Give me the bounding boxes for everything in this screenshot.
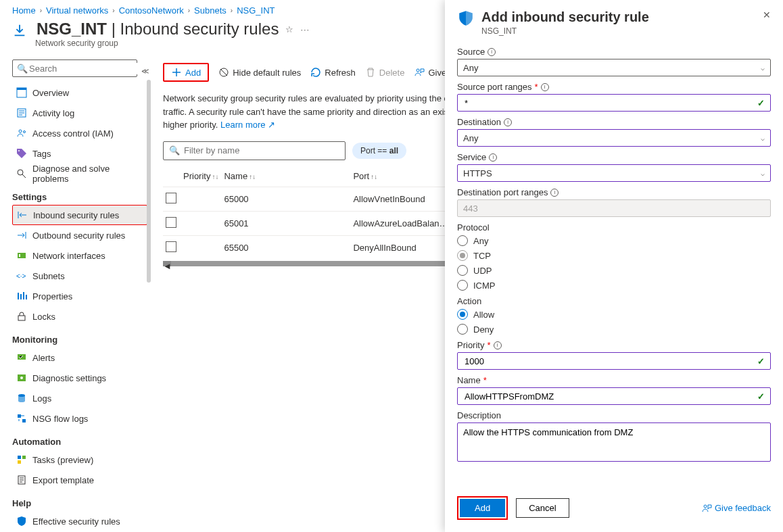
add-rule-panel: Add inbound security rule NSG_INT ✕ Sour… — [445, 0, 783, 55]
more-icon[interactable]: ··· — [300, 24, 310, 34]
crumb-vnets[interactable]: Virtual networks — [46, 5, 108, 16]
crumb-home[interactable]: Home — [12, 5, 36, 16]
close-icon[interactable]: ✕ — [763, 9, 771, 20]
crumb-subnets[interactable]: Subnets — [194, 5, 227, 16]
shield-icon — [457, 9, 475, 27]
info-icon[interactable]: i — [488, 48, 496, 55]
page-title: NSG_INT | Inbound security rules — [37, 20, 279, 39]
panel-subtitle: NSG_INT — [481, 26, 649, 36]
panel-title: Add inbound security rule — [481, 9, 649, 25]
download-icon[interactable] — [12, 23, 27, 38]
crumb-contoso[interactable]: ContosoNetwork — [119, 5, 184, 16]
favorite-star-icon[interactable]: ☆ — [285, 24, 293, 34]
crumb-current[interactable]: NSG_INT — [237, 5, 275, 16]
